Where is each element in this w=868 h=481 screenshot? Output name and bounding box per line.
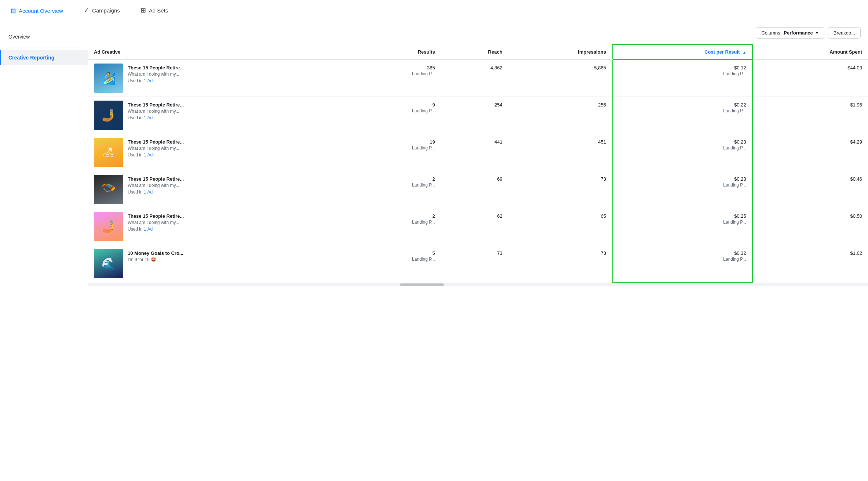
creative-cell-1: 🏄 These 15 People Retire... What am I do… (88, 60, 351, 97)
nav-ad-sets-label: Ad Sets (149, 7, 168, 14)
amount-value-3: $4.29 (759, 139, 862, 145)
td-impressions-5: 65 (508, 208, 612, 245)
data-table: Ad Creative Results Reach Impressions Co (88, 44, 868, 283)
th-amount-spent: Amount Spent (752, 44, 868, 59)
impressions-value-3: 451 (514, 139, 606, 145)
reach-cell-inner-6: 73 (441, 245, 508, 261)
td-creative-2: 🤳 These 15 People Retire... What am I do… (88, 97, 351, 134)
td-reach-5: 62 (441, 208, 508, 245)
td-creative-1: 🏄 These 15 People Retire... What am I do… (88, 59, 351, 97)
sidebar-creative-reporting-label: Creative Reporting (8, 55, 54, 61)
used-in-ad-link-1[interactable]: 1 Ad (144, 78, 153, 83)
td-impressions-2: 255 (508, 97, 612, 134)
used-in-ad-link-5[interactable]: 1 Ad (144, 227, 153, 232)
cost-value-2: $0.22 (619, 102, 746, 108)
creative-info-6: 10 Money Goals to Cro... I'm 9 for 10 🤩 (128, 249, 183, 264)
cost-value-6: $0.32 (619, 250, 746, 256)
horizontal-scrollbar[interactable] (88, 283, 868, 286)
impressions-value-1: 5,865 (514, 65, 606, 70)
reach-value-6: 73 (447, 250, 503, 256)
table-row: 🤳 These 15 People Retire... What am I do… (88, 208, 868, 245)
creative-thumbnail-3: 🏖 (94, 138, 123, 167)
used-in-ad-link-2[interactable]: 1 Ad (144, 115, 153, 120)
content-area: Columns: Performance ▼ Breakdo... Ad Cre… (88, 22, 868, 481)
sidebar-item-overview[interactable]: Overview (0, 29, 88, 44)
reach-cell-inner-3: 441 (441, 134, 508, 150)
impressions-cell-inner-4: 73 (508, 171, 612, 187)
td-impressions-1: 5,865 (508, 59, 612, 97)
creative-cell-5: 🤳 These 15 People Retire... What am I do… (88, 208, 351, 245)
td-cost-4: $0.23 Landing P... (612, 171, 752, 208)
amount-value-6: $1.62 (759, 250, 862, 256)
nav-campaigns[interactable]: ✓ Campaigns (73, 0, 130, 22)
th-cost-per-result[interactable]: Cost per Result ▲ (612, 44, 752, 59)
creative-info-2: These 15 People Retire... What am I doin… (128, 101, 184, 120)
td-results-4: 2 Landing P... (351, 171, 441, 208)
amount-cell-inner-5: $0.50 (753, 208, 868, 224)
columns-button[interactable]: Columns: Performance ▼ (756, 27, 824, 39)
sidebar-item-creative-reporting[interactable]: Creative Reporting (0, 50, 88, 65)
td-reach-4: 69 (441, 171, 508, 208)
td-reach-6: 73 (441, 245, 508, 282)
creative-cell-3: 🏖 These 15 People Retire... What am I do… (88, 134, 351, 171)
used-in-ad-link-4[interactable]: 1 Ad (144, 189, 153, 195)
results-sub-1: Landing P... (357, 71, 435, 76)
nav-ad-sets[interactable]: ⊞ Ad Sets (130, 0, 179, 22)
cost-cell-inner-5: $0.25 Landing P... (613, 208, 752, 230)
td-amount-1: $44.03 (752, 59, 868, 97)
creative-thumbnail-6: 🌊 (94, 249, 123, 278)
amount-cell-inner-6: $1.62 (753, 245, 868, 261)
table-header-row: Ad Creative Results Reach Impressions Co (88, 44, 868, 59)
creative-subtitle-1: What am I doing with my... (128, 72, 184, 77)
creative-used-3: Used in 1 Ad (128, 152, 184, 158)
reach-cell-inner-2: 254 (441, 97, 508, 113)
results-cell-inner-6: 5 Landing P... (351, 245, 441, 267)
breakdown-label: Breakdo... (834, 30, 855, 36)
amount-value-5: $0.50 (759, 213, 862, 219)
reach-cell-inner-5: 62 (441, 208, 508, 224)
td-cost-6: $0.32 Landing P... (612, 245, 752, 282)
td-creative-6: 🌊 10 Money Goals to Cro... I'm 9 for 10 … (88, 245, 351, 282)
breakdown-button[interactable]: Breakdo... (828, 27, 861, 39)
reach-cell-inner-4: 69 (441, 171, 508, 187)
creative-title-3: These 15 People Retire... (128, 139, 184, 145)
results-cell-inner-2: 9 Landing P... (351, 97, 441, 119)
creative-used-2: Used in 1 Ad (128, 115, 184, 120)
used-in-ad-link-3[interactable]: 1 Ad (144, 152, 153, 158)
cost-sub-3: Landing P... (619, 145, 746, 151)
th-reach: Reach (441, 44, 508, 59)
columns-value: Performance (784, 30, 813, 36)
td-cost-3: $0.23 Landing P... (612, 134, 752, 171)
td-results-6: 5 Landing P... (351, 245, 441, 282)
cost-cell-inner-6: $0.32 Landing P... (613, 245, 752, 267)
td-cost-1: $0.12 Landing P... (612, 59, 752, 97)
scrollbar-thumb[interactable] (400, 283, 444, 286)
creative-thumbnail-1: 🏄 (94, 64, 123, 93)
amount-value-2: $1.96 (759, 102, 862, 108)
th-impressions: Impressions (508, 44, 612, 59)
amount-value-1: $44.03 (759, 65, 862, 70)
creative-info-4: These 15 People Retire... What am I doin… (128, 175, 184, 195)
td-creative-3: 🏖 These 15 People Retire... What am I do… (88, 134, 351, 171)
creative-thumbnail-4: 🪂 (94, 175, 123, 204)
toolbar: Columns: Performance ▼ Breakdo... (88, 22, 868, 44)
creative-title-4: These 15 People Retire... (128, 176, 184, 182)
td-amount-3: $4.29 (752, 134, 868, 171)
cost-value-1: $0.12 (619, 65, 746, 70)
columns-label: Columns: (761, 30, 781, 36)
td-impressions-6: 73 (508, 245, 612, 282)
creative-subtitle-5: What am I doing with my... (128, 220, 184, 225)
creative-title-5: These 15 People Retire... (128, 213, 184, 219)
table-row: 🌊 10 Money Goals to Cro... I'm 9 for 10 … (88, 245, 868, 282)
creative-thumbnail-5: 🤳 (94, 212, 123, 241)
creative-info-3: These 15 People Retire... What am I doin… (128, 138, 184, 158)
nav-account-overview[interactable]: ⊟ Account Overview (0, 0, 73, 22)
results-sub-4: Landing P... (357, 182, 435, 188)
creative-used-5: Used in 1 Ad (128, 227, 184, 232)
td-creative-4: 🪂 These 15 People Retire... What am I do… (88, 171, 351, 208)
results-value-6: 5 (357, 250, 435, 256)
td-reach-1: 4,862 (441, 59, 508, 97)
results-sub-5: Landing P... (357, 220, 435, 225)
td-cost-5: $0.25 Landing P... (612, 208, 752, 245)
results-cell-inner-1: 365 Landing P... (351, 60, 441, 82)
